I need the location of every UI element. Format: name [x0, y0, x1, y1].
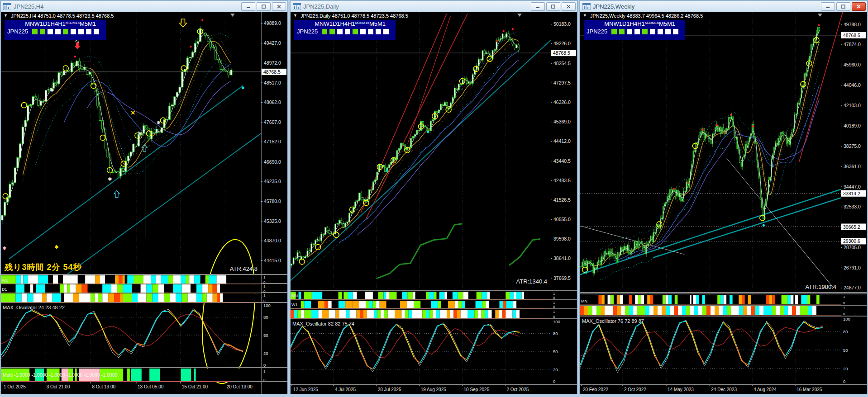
svg-text:✱: ✱: [108, 176, 112, 182]
tf-d1[interactable]: D1: [43, 21, 51, 27]
tf-mn[interactable]: MN: [604, 21, 613, 27]
chart-window-h4[interactable]: JPN225,H4 ✕✱✱✱✱✱✱49889.049427.048972.048…: [0, 0, 288, 394]
svg-text:W1: W1: [291, 302, 298, 307]
svg-text:1: 1: [263, 275, 266, 279]
window-titlebar[interactable]: JPN225,Weekly: [580, 1, 867, 12]
restore-button[interactable]: [836, 2, 850, 11]
tf-h4[interactable]: H4: [340, 21, 348, 27]
tf-m5[interactable]: M5: [80, 21, 88, 27]
svg-text:34447.0: 34447.0: [844, 184, 861, 189]
tf-m30[interactable]: M30: [66, 21, 73, 25]
tf-m30[interactable]: M30: [645, 21, 652, 25]
svg-text:0: 0: [263, 378, 266, 382]
svg-text:4 Aug 2024: 4 Aug 2024: [754, 387, 777, 392]
svg-text:80: 80: [553, 331, 558, 336]
svg-text:Multi -1.0000 -1.0000 -1.0000: Multi -1.0000 -1.0000 -1.0000 -1.0000 -1…: [3, 372, 118, 378]
minimize-button[interactable]: [241, 2, 255, 11]
tf-w1[interactable]: W1: [324, 21, 333, 27]
tf-h4[interactable]: H4: [630, 21, 638, 27]
tf-status-square: [94, 29, 99, 34]
svg-text:38641.0: 38641.0: [553, 255, 571, 261]
svg-text:0: 0: [553, 379, 555, 384]
svg-text:13 Oct 05:00: 13 Oct 05:00: [138, 384, 164, 389]
svg-text:49427.0: 49427.0: [264, 40, 281, 46]
minimize-button[interactable]: [531, 2, 545, 11]
chart-area[interactable]: 49788.047874.045960.044046.042103.040189…: [580, 12, 867, 394]
tf-d1[interactable]: D1: [622, 21, 630, 27]
restore-button[interactable]: [546, 2, 560, 11]
svg-text:39598.0: 39598.0: [553, 236, 571, 241]
svg-text:1: 1: [553, 301, 555, 305]
svg-text:✱: ✱: [138, 131, 142, 136]
symbol-label: JPN225: [587, 28, 607, 35]
symbol-dropdown-arrow[interactable]: ▼: [4, 13, 8, 19]
tf-h1[interactable]: H1: [348, 21, 355, 27]
chart-window-daily[interactable]: JPN225,Daily 50183.049226.048254.547297.…: [290, 0, 578, 394]
svg-text:1: 1: [263, 284, 266, 288]
tf-m1[interactable]: M1: [88, 21, 96, 27]
tf-m5[interactable]: M5: [369, 21, 377, 27]
tf-status-square: [673, 29, 678, 34]
symbol-dropdown-arrow[interactable]: ▼: [293, 13, 297, 19]
svg-text:3 Oct 21:00: 3 Oct 21:00: [47, 384, 70, 389]
tf-m15[interactable]: M15: [652, 21, 659, 25]
symbol-dropdown-arrow[interactable]: ▼: [583, 13, 587, 19]
tf-h1[interactable]: H1: [637, 21, 645, 27]
svg-text:44870.0: 44870.0: [264, 238, 281, 243]
minimize-button[interactable]: [821, 2, 835, 11]
svg-text:MN: MN: [291, 293, 298, 298]
tf-w1[interactable]: W1: [34, 21, 43, 27]
tf-mn[interactable]: MN: [315, 21, 324, 27]
timeframe-labels: MNW1D1H4H1M30M15M5M1: [297, 21, 393, 27]
tf-m1[interactable]: M1: [377, 21, 386, 27]
svg-text:47874.0: 47874.0: [844, 42, 861, 47]
tf-status-square: [360, 29, 366, 34]
timeframe-status: JPN225: [587, 28, 682, 35]
chart-area[interactable]: 50183.049226.048254.547297.546326.045369…: [291, 12, 577, 394]
tf-m5[interactable]: M5: [659, 21, 667, 27]
svg-text:26791.0: 26791.0: [844, 265, 861, 270]
tf-d1[interactable]: D1: [333, 21, 340, 27]
svg-text:45960.0: 45960.0: [844, 62, 861, 67]
bar-countdown-label: 残り3時間 2分 54秒: [5, 262, 81, 273]
tf-h4[interactable]: H4: [51, 21, 58, 27]
tf-h1[interactable]: H1: [58, 21, 66, 27]
close-button[interactable]: [272, 2, 286, 11]
chart-canvas: ✕✱✱✱✱✱✱49889.049427.048972.048517.048062…: [1, 12, 287, 394]
timeframe-panel[interactable]: MNW1D1H4H1M30M15M5M1 JPN225: [294, 20, 396, 40]
svg-text:19 Aug 2025: 19 Aug 2025: [421, 387, 447, 392]
svg-text:29300.6: 29300.6: [843, 238, 860, 244]
tf-status-square: [353, 29, 358, 34]
chart-area[interactable]: ✕✱✱✱✱✱✱49889.049427.048972.048517.048062…: [1, 12, 287, 394]
window-titlebar[interactable]: JPN225,H4: [1, 1, 287, 12]
tf-w1[interactable]: W1: [613, 21, 622, 27]
tf-status-square: [650, 29, 655, 34]
tf-m15[interactable]: M15: [72, 21, 80, 25]
timeframe-panel[interactable]: MNW1D1H4H1M30M15M5M1 JPN225: [5, 20, 106, 40]
restore-button[interactable]: [257, 2, 271, 11]
ohlc-readout: ▼ JPN225,Daily 48751.0 48778.5 48723.5 4…: [293, 13, 408, 19]
window-titlebar[interactable]: JPN225,Daily: [291, 1, 577, 12]
svg-text:W1: W1: [2, 278, 8, 283]
timeframe-panel[interactable]: MNW1D1H4H1M30M15M5M1 JPN225: [584, 20, 685, 40]
chart-window-weekly[interactable]: JPN225,Weekly 49788.047874.045960.044046…: [579, 0, 868, 394]
svg-text:48517.0: 48517.0: [264, 80, 281, 85]
svg-text:✱: ✱: [54, 244, 58, 250]
tf-mn[interactable]: MN: [25, 21, 34, 27]
svg-text:2 Oct 2022: 2 Oct 2022: [624, 387, 646, 392]
svg-text:50: 50: [553, 349, 558, 354]
tf-m1[interactable]: M1: [667, 21, 675, 27]
tf-status-square: [634, 29, 640, 34]
tf-status-square: [642, 29, 648, 34]
svg-text:46235.0: 46235.0: [264, 179, 281, 184]
svg-text:47297.5: 47297.5: [553, 80, 571, 85]
svg-text:20: 20: [553, 367, 558, 372]
svg-text:46326.0: 46326.0: [553, 99, 571, 105]
close-button[interactable]: [562, 2, 576, 11]
tf-m30[interactable]: M30: [355, 21, 362, 25]
svg-text:50: 50: [263, 333, 268, 338]
close-button[interactable]: [852, 2, 866, 11]
tf-m15[interactable]: M15: [362, 21, 369, 25]
tf-status-square: [383, 29, 389, 34]
chart-window-icon: [293, 3, 301, 10]
